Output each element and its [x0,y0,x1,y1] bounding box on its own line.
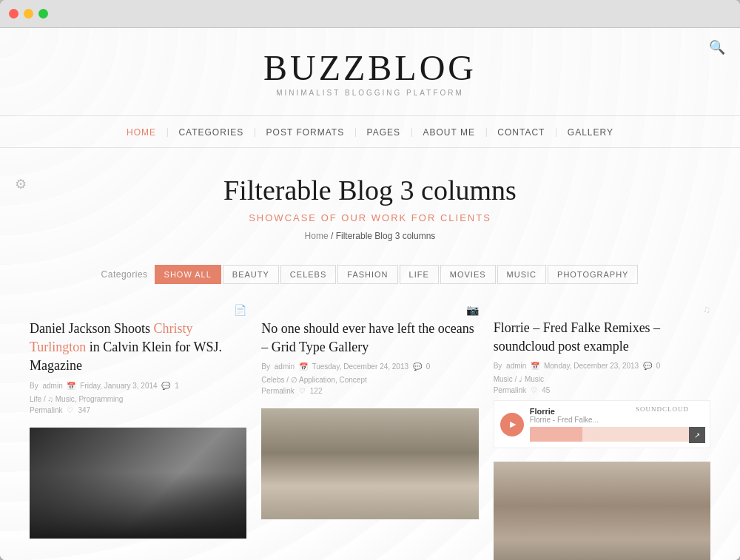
nav-link-categories[interactable]: CATEGORIES [168,127,254,138]
card-footer-2: Permalink ♡ 122 [261,387,478,395]
breadcrumb-separator: / [331,231,336,241]
nav-link-contact[interactable]: CONTACT [487,127,555,138]
nav-item-pages[interactable]: PAGES [357,125,411,138]
blog-card-3: ♫ Florrie – Fred Falke Remixes – soundcl… [494,304,710,560]
post-date-2: Tuesday, December 24, 2013 [312,362,408,371]
hero-title: Filterable Blog 3 columns [15,174,725,206]
music-icon-3: ♫ [494,304,710,316]
like-icon-2: ♡ [299,387,306,395]
soundcloud-brand: SOUNDCLOUD [636,405,689,413]
filter-btn-movies[interactable]: MOVIES [440,265,496,284]
doc-icon-1: 📄 [30,304,246,317]
date-icon-1: 📅 [67,382,75,390]
filter-btn-celebs[interactable]: CELEBS [280,265,336,284]
share-button[interactable]: ↗ [689,427,705,443]
site-title: BUZZBLOG [15,50,725,86]
main-nav: HOME | CATEGORIES | POST FORMATS | PAGES… [0,115,740,148]
page-hero: Filterable Blog 3 columns SHOWCASE OF OU… [0,155,740,252]
post-author-1: admin [42,382,62,390]
comment-icon-3: 💬 [643,362,652,370]
play-button[interactable] [500,413,524,436]
like-icon-1: ♡ [67,406,73,414]
filter-bar: Categories SHOW ALL BEAUTY CELEBS FASHIO… [0,252,740,297]
site-tagline: MINIMALIST BLOGGING PLATFORM [15,89,725,97]
nav-item-contact[interactable]: CONTACT [487,125,555,138]
comment-icon-2: 💬 [413,362,422,371]
post-image-2 [261,408,478,519]
site-header: BUZZBLOG MINIMALIST BLOGGING PLATFORM [0,28,740,108]
card-meta-3: By admin 📅 Monday, December 23, 2013 💬 0 [494,360,710,372]
by-label: By [30,382,38,390]
by-label-3: By [494,362,502,370]
by-label-2: By [261,362,270,371]
card-footer-1: Permalink ♡ 347 [30,406,246,414]
likes-count-3: 45 [542,386,550,394]
camera-icon-2: 📷 [261,304,478,317]
nav-item-categories[interactable]: CATEGORIES [168,125,254,138]
nav-item-gallery[interactable]: GALLERY [557,125,624,138]
breadcrumb: Home / Filterable Blog 3 columns [15,231,725,241]
filter-btn-life[interactable]: LIFE [400,265,439,284]
post-image-1 [30,428,246,539]
card-title-part1: Daniel Jackson Shoots [30,321,153,336]
soundcloud-player[interactable]: Florrie Florrie - Fred Falke... SOUNDCLO… [494,400,710,448]
card-footer-3: Permalink ♡ 45 [494,386,710,394]
nav-item-home[interactable]: HOME [116,125,166,138]
card-meta-1: By admin 📅 Friday, January 3, 2014 💬 1 [30,380,246,392]
post-comments-2: 0 [426,362,431,371]
post-date-3: Monday, December 23, 2013 [544,362,639,370]
comment-icon-1: 💬 [161,382,170,390]
blog-card-1: 📄 Daniel Jackson Shoots Christy Turlingt… [30,304,246,560]
nav-item-about[interactable]: ABOUT ME [412,125,485,138]
hero-subtitle: SHOWCASE OF OUR WORK FOR CLIENTS [15,212,725,223]
like-icon-3: ♡ [531,386,537,394]
waveform [530,427,704,442]
post-date-1: Friday, January 3, 2014 [80,382,157,390]
post-author-2: admin [275,362,295,371]
traffic-light-green[interactable] [38,9,48,18]
traffic-light-red[interactable] [9,9,18,18]
traffic-lights [9,9,48,18]
card-tags-2: Celebs / ∅ Application, Concept [261,376,478,384]
permalink-3[interactable]: Permalink [494,386,526,394]
likes-count-2: 122 [310,387,323,395]
settings-icon[interactable]: ⚙ [15,176,27,192]
filter-btn-beauty[interactable]: BEAUTY [223,265,279,284]
likes-count-1: 347 [78,406,90,414]
card-title-1: Daniel Jackson Shoots Christy Turlington… [30,320,246,376]
card-content-3: ♫ Florrie – Fred Falke Remixes – soundcl… [494,304,710,462]
nav-link-gallery[interactable]: GALLERY [557,127,624,138]
sc-track-subtitle: Florrie - Fred Falke... [530,416,704,424]
nav-link-pages[interactable]: PAGES [357,127,411,138]
card-tags-3: Music / ♩ Music [494,375,710,383]
permalink-2[interactable]: Permalink [261,387,294,395]
post-comments-1: 1 [175,382,179,390]
date-icon-3: 📅 [531,362,539,370]
nav-link-post-formats[interactable]: POST FORMATS [256,127,355,138]
card-title-2: No one should ever have left the oceans … [261,320,478,357]
post-comments-3: 0 [656,362,661,370]
breadcrumb-home-link[interactable]: Home [305,231,329,241]
browser-content: 🔍 ⚙ BUZZBLOG MINIMALIST BLOGGING PLATFOR… [0,28,740,560]
post-author-3: admin [506,362,526,370]
traffic-light-yellow[interactable] [24,9,33,18]
page: 🔍 ⚙ BUZZBLOG MINIMALIST BLOGGING PLATFOR… [0,28,740,560]
card-meta-2: By admin 📅 Tuesday, December 24, 2013 💬 … [261,361,478,373]
permalink-1[interactable]: Permalink [30,406,62,414]
filter-label: Categories [101,269,148,280]
card-content-2: 📷 No one should ever have left the ocean… [261,304,478,408]
browser-window: 🔍 ⚙ BUZZBLOG MINIMALIST BLOGGING PLATFOR… [0,0,740,560]
nav-link-about[interactable]: ABOUT ME [412,127,485,138]
nav-link-home[interactable]: HOME [116,127,166,138]
blog-grid: 📄 Daniel Jackson Shoots Christy Turlingt… [0,297,740,560]
nav-list: HOME | CATEGORIES | POST FORMATS | PAGES… [116,125,624,138]
filter-btn-showall[interactable]: SHOW ALL [155,265,221,284]
filter-btn-photography[interactable]: PHOTOGRAPHY [548,265,638,284]
browser-chrome [0,0,740,28]
date-icon-2: 📅 [299,362,308,371]
blog-card-2: 📷 No one should ever have left the ocean… [261,304,478,560]
nav-item-post-formats[interactable]: POST FORMATS [256,125,355,138]
card-content-1: 📄 Daniel Jackson Shoots Christy Turlingt… [30,304,246,428]
filter-btn-fashion[interactable]: FASHION [337,265,397,284]
filter-btn-music[interactable]: MUSIC [497,265,546,284]
